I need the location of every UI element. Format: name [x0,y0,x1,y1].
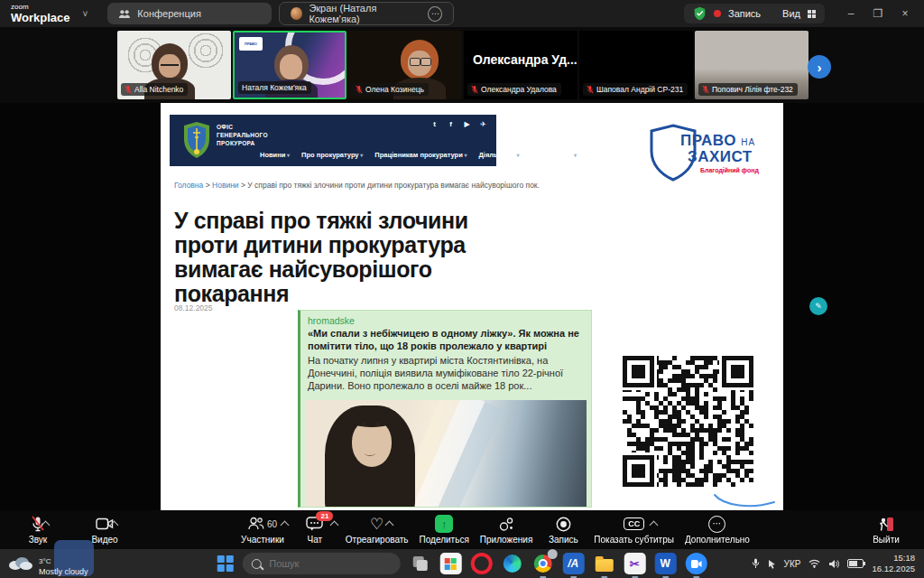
security-shield-icon[interactable] [693,6,707,21]
brand-zoom: zoom [11,4,70,11]
battery-icon[interactable] [847,559,864,568]
apps-button[interactable]: Приложения [475,516,539,545]
participant-tile-shapoval[interactable]: Шаповал Андрій СР-231 [579,31,693,99]
facebook-icon[interactable]: f [447,120,455,128]
opera-icon[interactable] [470,553,492,574]
leave-button[interactable]: Выйти [861,516,911,545]
snipping-tool-icon[interactable]: ✂ [624,553,645,574]
tray-pointer-icon[interactable] [768,559,776,569]
file-explorer-icon[interactable] [593,553,614,574]
next-participants-button[interactable]: › [808,55,831,79]
start-button[interactable] [217,555,234,572]
participant-name: Олена Козинець [365,85,424,94]
restore-button[interactable]: ❐ [864,0,892,27]
apps-icon [499,517,514,532]
participant-tile-alla[interactable]: Alla Nitchenko [117,31,231,99]
tray-mic-icon[interactable] [752,558,760,569]
nav-citizens[interactable]: Громадянам [531,151,577,159]
breadcrumb: Головна > Новини > У справі про тяжкі зл… [174,181,540,190]
recording-label: Запись [728,8,761,19]
chat-button[interactable]: 21 Чат [290,516,340,545]
share-button[interactable]: ↑ Поделиться [414,516,475,545]
mic-muted-icon [471,85,478,94]
nav-activity[interactable]: Діяльність [478,151,519,159]
brand-workplace: Workplace [11,12,70,23]
chrome-icon[interactable] [531,553,553,574]
breadcrumb-home[interactable]: Головна [174,181,203,190]
nav-employees[interactable]: Працівникам прокуратури [374,151,467,159]
react-button[interactable]: ♡ Отреагировать [340,516,414,545]
tab-screen-share[interactable]: Экран (Наталя Кожем'яка) ⋯ [279,2,454,25]
twitter-icon[interactable]: t [430,120,439,128]
participants-button[interactable]: 60 Участники [236,516,290,545]
language-indicator[interactable]: УКР [784,559,801,569]
heart-icon: ♡ [370,517,383,532]
edge-icon[interactable] [501,553,522,574]
window-controls: – ❐ × [837,0,919,27]
record-button[interactable]: Запись [538,516,588,545]
more-button[interactable]: ⋯ Дополнительно [679,516,755,545]
breadcrumb-news[interactable]: Новини [212,181,239,190]
leave-label: Выйти [873,535,900,545]
fund-logo-line1: ПРАВО НА [680,132,755,150]
quote-body: На початку липня у квартирі міста Костян… [308,354,582,393]
view-grid-icon[interactable] [808,10,816,18]
prosecutor-emblem-icon [181,121,212,160]
participant-tile-natalia-active-speaker[interactable]: ПРАВО Наталя Кожем'яка [233,31,346,99]
youtube-icon[interactable]: ▶ [463,120,471,128]
participant-name-label: Попович Лілія фте-232 [698,83,798,96]
view-label[interactable]: Вид [782,8,800,19]
minimize-button[interactable]: – [837,0,864,27]
tab-conference-label: Конференция [137,8,200,19]
captions-button[interactable]: CC Показать субтитры [588,516,679,545]
zoom-app-icon[interactable] [685,553,707,574]
blue-a-app-icon[interactable]: /A [562,553,584,574]
captions-label: Показать субтитры [594,535,674,545]
org-line2: ГЕНЕРАЛЬНОГО [217,132,268,140]
taskbar-search[interactable] [242,553,400,574]
close-button[interactable]: × [892,0,919,27]
chevron-down-icon[interactable]: ˅ [83,9,88,19]
breadcrumb-current: У справі про тяжкі злочини проти дитини … [247,181,540,190]
word-icon[interactable]: W [654,553,676,574]
record-icon [556,517,571,532]
participant-overlay-name: Олександра Уд... [464,52,578,67]
video-label: Видео [91,535,117,545]
apps-label: Приложения [480,535,533,545]
microsoft-store-icon[interactable] [439,553,461,574]
taskbar-center: /A ✂ W [217,549,707,578]
search-input[interactable] [267,557,370,570]
nav-news[interactable]: Новини [260,151,290,159]
quote-source[interactable]: hromadske [308,315,582,326]
audio-label: Звук [29,535,48,545]
captions-options-chevron[interactable] [650,520,659,529]
tab-screen-label: Экран (Наталя Кожем'яка) [309,3,421,24]
prosecutor-site-header: ОФІС ГЕНЕРАЛЬНОГО ПРОКУРОРА t f ▶ ✈ Нови… [170,115,496,166]
participant-tile-olena[interactable]: Олена Козинець [348,31,462,99]
wifi-icon[interactable] [808,559,820,568]
participant-tile-popovych[interactable]: Попович Лілія фте-232 [695,31,808,99]
taskbar-weather-widget[interactable]: 3°C Mostly cloudy [7,551,143,576]
audio-button[interactable]: Звук [13,516,63,545]
mic-muted-icon [702,85,709,94]
quote-headline: «Ми спали з небіжчицею в одному ліжку». … [308,327,582,353]
nav-about[interactable]: Про прокуратуру [301,151,363,159]
article-date: 08.12.2025 [174,303,213,312]
tab-options-icon[interactable]: ⋯ [428,6,442,22]
participant-name-label: Наталя Кожем'яка [238,81,311,94]
react-options-chevron[interactable] [385,520,394,529]
participant-name-label: Шаповал Андрій СР-231 [583,83,688,96]
tab-conference[interactable]: Конференция [107,3,272,24]
breadcrumb-sep: > [241,181,245,190]
weather-temp: 3°C [39,557,51,565]
taskbar-clock[interactable]: 15:18 16.12.2025 [872,553,915,574]
titlebar-right: Запись Вид – ❐ × [684,0,924,27]
weather-condition: Mostly cloudy [39,567,88,576]
volume-icon[interactable] [828,559,839,569]
participants-options-chevron[interactable] [281,520,290,529]
annotation-cursor-dot[interactable]: ✎ [809,297,827,315]
task-view-icon[interactable] [409,553,430,574]
chat-options-chevron[interactable] [330,520,339,529]
participant-tile-oleksandra[interactable]: Олександра Уд... Олександра Удалова [464,31,578,99]
telegram-icon[interactable]: ✈ [479,120,487,128]
